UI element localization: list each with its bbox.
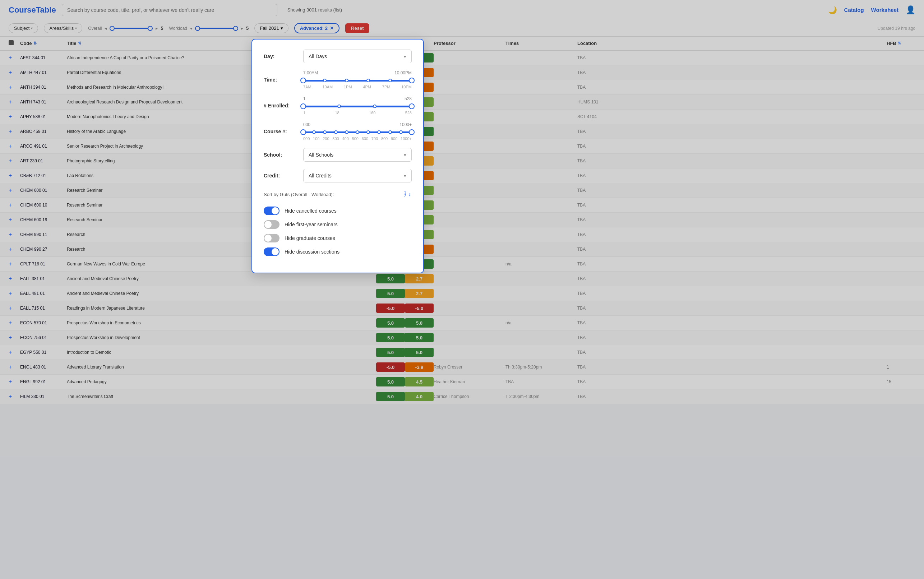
course-tick-0: 000 [303, 136, 310, 141]
school-label: School: [264, 152, 303, 158]
sort-order-btn[interactable]: 1 2 ↓ [404, 190, 412, 200]
toggle-1[interactable] [264, 220, 280, 229]
toggle-0[interactable] [264, 206, 280, 215]
time-label: Time: [264, 77, 303, 83]
toggle-container: Hide cancelled courses Hide first-year s… [264, 206, 412, 256]
time-ticks: 7AM 10AM 1PM 4PM 7PM 10PM [303, 85, 412, 89]
course-dot-t9 [399, 130, 403, 134]
course-tick-10: 1000+ [401, 136, 412, 141]
toggle-label-1: Hide first-year seminars [285, 222, 338, 227]
sort-label: Sort by Guts (Overall - Workload): [264, 192, 334, 197]
course-tick-7: 700 [371, 136, 378, 141]
svg-text:2: 2 [404, 194, 406, 198]
time-dot-t1 [323, 79, 327, 82]
course-dot-t7 [377, 130, 381, 134]
enrolled-max-label: 528 [404, 96, 412, 101]
time-track-bg [303, 80, 412, 82]
credit-filter-row: Credit: All Credits ▾ [264, 169, 412, 182]
enrolled-dot-right[interactable] [409, 103, 415, 109]
time-tick-0: 7AM [303, 85, 311, 89]
enrolled-min-label: 1 [303, 96, 306, 101]
toggle-2[interactable] [264, 234, 280, 242]
day-select[interactable]: All Days ▾ [303, 49, 412, 63]
day-chevron-icon: ▾ [404, 54, 406, 59]
time-range-area: 7:00AM 10:00PM 7AM 10AM 1PM [303, 70, 412, 89]
enrolled-ticks: 1 18 160 528 [303, 111, 412, 115]
enrolled-track-fill [303, 106, 412, 107]
enrolled-tick-1: 18 [335, 111, 339, 115]
course-dot-t2 [323, 130, 327, 134]
course-max-label: 1000+ [399, 122, 412, 127]
time-tick-1: 10AM [322, 85, 333, 89]
course-filter-row: Course #: 000 1000+ [264, 122, 412, 141]
enrolled-range-track[interactable] [303, 103, 412, 110]
course-tick-1: 100 [313, 136, 319, 141]
time-dot-left[interactable] [300, 78, 306, 83]
time-dot-right[interactable] [409, 78, 415, 83]
enrolled-dot-t1 [337, 105, 341, 108]
credit-select[interactable]: All Credits ▾ [303, 169, 412, 182]
time-dot-t4 [388, 79, 392, 82]
course-tick-8: 800 [381, 136, 388, 141]
credit-label: Credit: [264, 173, 303, 178]
time-tick-2: 1PM [344, 85, 352, 89]
day-filter-row: Day: All Days ▾ [264, 49, 412, 63]
course-tick-6: 600 [362, 136, 368, 141]
enrolled-tick-2: 160 [369, 111, 375, 115]
toggle-3[interactable] [264, 247, 280, 256]
modal-overlay[interactable] [0, 0, 924, 579]
course-dot-left[interactable] [300, 129, 306, 135]
toggle-knob-2 [265, 234, 271, 242]
time-tick-4: 7PM [382, 85, 391, 89]
toggle-row-2: Hide graduate courses [264, 234, 412, 242]
time-filter-row: Time: 7:00AM 10:00PM 7AM [264, 70, 412, 89]
course-dot-t5 [356, 130, 359, 134]
day-label: Day: [264, 54, 303, 59]
course-tick-9: 900 [391, 136, 397, 141]
course-dot-t6 [366, 130, 370, 134]
time-track-fill [303, 80, 412, 82]
course-dot-t8 [388, 130, 392, 134]
toggle-knob-3 [271, 248, 279, 255]
course-dot-right[interactable] [409, 129, 415, 135]
toggle-knob-1 [265, 221, 271, 228]
credit-chevron-icon: ▾ [404, 173, 406, 178]
school-select[interactable]: All Schools ▾ [303, 148, 412, 162]
sort-row: Sort by Guts (Overall - Workload): 1 2 ↓ [264, 190, 412, 200]
enrolled-label: # Enrolled: [264, 103, 303, 108]
credit-value: All Credits [309, 173, 332, 178]
course-range-track[interactable] [303, 129, 412, 136]
course-label: Course #: [264, 129, 303, 134]
toggle-label-0: Hide cancelled courses [285, 208, 337, 214]
enrolled-track-bg [303, 106, 412, 107]
toggle-label-2: Hide graduate courses [285, 235, 335, 241]
advanced-filter-panel: Day: All Days ▾ Time: 7:00AM 10:00PM [252, 39, 424, 273]
time-range-labels-top: 7:00AM 10:00PM [303, 70, 412, 75]
school-chevron-icon: ▾ [404, 152, 406, 158]
time-range-track[interactable] [303, 77, 412, 84]
day-value: All Days [309, 54, 327, 59]
enrolled-dot-left[interactable] [300, 103, 306, 109]
enrolled-filter-row: # Enrolled: 1 528 1 18 160 528 [264, 96, 412, 115]
time-dot-t2 [345, 79, 348, 82]
toggle-row-1: Hide first-year seminars [264, 220, 412, 229]
time-tick-3: 4PM [363, 85, 371, 89]
course-track-bg [303, 131, 412, 133]
course-range-area: 000 1000+ [303, 122, 412, 141]
enrolled-range-labels-top: 1 528 [303, 96, 412, 101]
course-min-label: 000 [303, 122, 311, 127]
time-tick-5: 10PM [401, 85, 412, 89]
toggle-row-3: Hide discussion sections [264, 247, 412, 256]
toggle-knob-0 [271, 207, 279, 214]
course-ticks: 000 100 200 300 400 500 600 700 800 900 … [303, 136, 412, 141]
course-tick-5: 500 [352, 136, 358, 141]
course-dot-t1 [312, 130, 316, 134]
school-value: All Schools [309, 152, 334, 158]
school-filter-row: School: All Schools ▾ [264, 148, 412, 162]
enrolled-range-area: 1 528 1 18 160 528 [303, 96, 412, 115]
course-dot-t3 [334, 130, 338, 134]
course-dot-t4 [345, 130, 348, 134]
enrolled-tick-3: 528 [405, 111, 412, 115]
course-tick-2: 200 [322, 136, 329, 141]
enrolled-tick-0: 1 [303, 111, 305, 115]
